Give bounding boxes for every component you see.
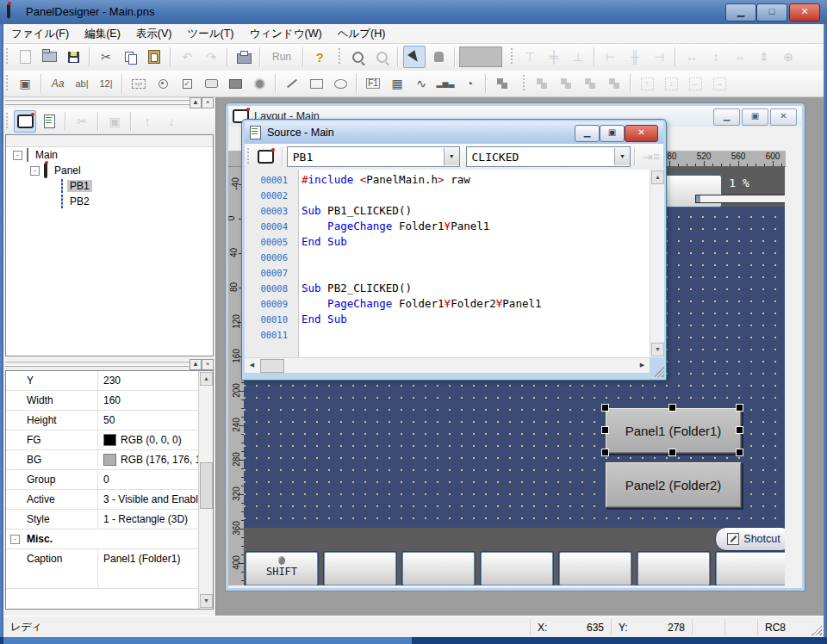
tree-item-label[interactable]: Panel: [52, 164, 84, 176]
pan-tool-button[interactable]: [427, 46, 450, 68]
tree-item-label[interactable]: PB1: [67, 180, 92, 192]
code-line[interactable]: 00003Sub PB1_CLICKED(): [245, 203, 650, 219]
prop-value[interactable]: 0: [98, 470, 199, 489]
tree-item-Panel[interactable]: -Panel: [6, 163, 213, 178]
title-bar[interactable]: PanelDesigner - Main.pns ▁ □ ✕: [0, 0, 827, 24]
line-chart-tool[interactable]: ∿: [410, 72, 432, 95]
toolbar-grip[interactable]: [6, 75, 10, 92]
table-tool[interactable]: ▦: [386, 72, 408, 95]
move-up-button[interactable]: ↑: [136, 110, 159, 133]
editor-horizontal-scrollbar[interactable]: ◀ ▶: [245, 357, 650, 373]
object-combo[interactable]: PB1 ▼: [287, 146, 460, 167]
prop-section-Misc.[interactable]: -Misc.: [6, 529, 199, 549]
static-text-button[interactable]: Aa: [47, 72, 69, 95]
fit-height-button[interactable]: ⇕: [753, 46, 775, 68]
panel2-button[interactable]: Panel2 (Folder2): [605, 461, 742, 508]
layout-maximize-button[interactable]: ▣: [742, 108, 768, 126]
cut-button[interactable]: ✂: [95, 46, 117, 68]
redo-button[interactable]: ↷: [200, 46, 222, 68]
align-bottom-button[interactable]: ⊥: [567, 46, 589, 68]
nudge-down-button[interactable]: ↓: [660, 72, 682, 95]
prop-value[interactable]: 230: [98, 371, 199, 390]
code-line[interactable]: 00001#include <PanelMain.h> raw: [245, 172, 650, 188]
resize-grip[interactable]: [651, 364, 664, 377]
selection-handle[interactable]: [668, 449, 676, 456]
paste-button[interactable]: [143, 46, 165, 68]
selection-handle[interactable]: [736, 404, 743, 412]
prop-value[interactable]: RGB (176, 176, 1: [98, 450, 199, 469]
open-button[interactable]: [38, 46, 60, 68]
new-form-button[interactable]: ▣: [14, 72, 36, 95]
selection-handle[interactable]: [736, 426, 743, 434]
send-to-back-button[interactable]: [555, 72, 577, 95]
menu-item-3[interactable]: ツール(T): [179, 25, 241, 43]
tree-expander-icon[interactable]: -: [30, 166, 40, 176]
save-button[interactable]: [62, 46, 84, 68]
fit-both-button[interactable]: ⊕: [777, 46, 799, 68]
scroll-thumb[interactable]: [260, 359, 284, 373]
copy-button[interactable]: [119, 46, 141, 68]
send-backward-button[interactable]: [603, 72, 625, 95]
chevron-down-icon[interactable]: ▼: [614, 148, 630, 165]
source-close-button[interactable]: ✕: [625, 125, 658, 142]
panel-view-button[interactable]: [14, 110, 36, 133]
code-line[interactable]: 00009 PageChange Folder1¥Folder2¥Panel1: [245, 296, 650, 312]
event-combo[interactable]: CLICKED ▼: [466, 146, 631, 167]
align-top-button[interactable]: ⊤: [519, 46, 541, 68]
prop-row-Group[interactable]: Group0: [6, 470, 199, 490]
toolbar-grip[interactable]: [511, 48, 515, 65]
layout-minimize-button[interactable]: ▁: [713, 108, 740, 126]
function-key-shift[interactable]: SHIFT: [246, 552, 318, 585]
code-line[interactable]: 00004 PageChange Folder1¥Panel1: [245, 219, 650, 234]
nudge-left-button[interactable]: ←: [684, 72, 706, 95]
zoom-in-button[interactable]: [346, 46, 369, 68]
menu-item-0[interactable]: ファイル(F): [3, 25, 77, 43]
function-key-blank-2[interactable]: [402, 552, 475, 585]
radio-button-tool[interactable]: [152, 72, 174, 95]
menu-item-5[interactable]: ヘルプ(H): [330, 25, 394, 43]
ellipse-tool[interactable]: [329, 72, 351, 95]
object-property-button[interactable]: ▣: [103, 110, 126, 133]
function-key-tool[interactable]: F1: [362, 72, 384, 95]
focus-button-tool[interactable]: [224, 72, 246, 95]
new-button[interactable]: [14, 46, 36, 68]
zoom-level-box[interactable]: [459, 46, 502, 67]
prop-value[interactable]: Panel1 (Folder1): [98, 549, 199, 588]
chevron-down-icon[interactable]: ▼: [444, 148, 459, 165]
same-width-button[interactable]: ↔: [681, 46, 703, 68]
pane-close-button[interactable]: ×: [202, 97, 214, 108]
code-editor[interactable]: 00001#include <PanelMain.h> raw000020000…: [245, 170, 650, 358]
selection-handle[interactable]: [668, 404, 676, 412]
shotcut-button[interactable]: Shotcut: [715, 527, 785, 551]
textbox-button[interactable]: ab|: [71, 72, 93, 95]
prop-row-BG[interactable]: BGRGB (176, 176, 1: [6, 450, 199, 470]
align-left-button[interactable]: ⊢: [600, 46, 622, 68]
layout-close-button[interactable]: ✕: [770, 108, 797, 126]
prop-row-Caption[interactable]: CaptionPanel1 (Folder1): [6, 549, 199, 589]
code-line[interactable]: 00006: [245, 250, 650, 265]
nudge-right-button[interactable]: →: [708, 72, 731, 95]
tree-item-label[interactable]: PB2: [67, 195, 92, 207]
function-key-blank-1[interactable]: [324, 552, 396, 585]
prop-row-Height[interactable]: Height50: [6, 411, 199, 430]
prop-row-Style[interactable]: Style1 - Rectangle (3D): [6, 510, 199, 529]
function-key-blank-6[interactable]: [716, 552, 785, 585]
delete-object-button[interactable]: ✂: [71, 110, 93, 133]
code-line[interactable]: 00010End Sub: [245, 312, 650, 327]
pane-collapse-button[interactable]: ▲: [190, 97, 202, 108]
source-window-titlebar[interactable]: Source - Main ▁ ▣ ✕: [245, 121, 663, 144]
button-tool[interactable]: [200, 72, 222, 95]
event-list-button[interactable]: ⇥≡: [640, 146, 662, 168]
lamp-tool[interactable]: [248, 72, 270, 95]
prop-value[interactable]: 160: [98, 391, 199, 410]
run-button[interactable]: Run: [264, 48, 299, 65]
editor-vertical-scrollbar[interactable]: ▲ ▼: [650, 170, 664, 357]
scroll-left-icon[interactable]: ◀: [246, 359, 258, 371]
function-key-blank-4[interactable]: [559, 552, 631, 585]
pane-close-button[interactable]: ×: [202, 359, 214, 370]
select-tool-button[interactable]: [403, 46, 426, 68]
code-line[interactable]: 00002: [245, 188, 650, 203]
help-button[interactable]: ?: [308, 46, 331, 68]
line-tool[interactable]: [281, 72, 303, 95]
fit-width-button[interactable]: ⇔: [729, 46, 751, 68]
